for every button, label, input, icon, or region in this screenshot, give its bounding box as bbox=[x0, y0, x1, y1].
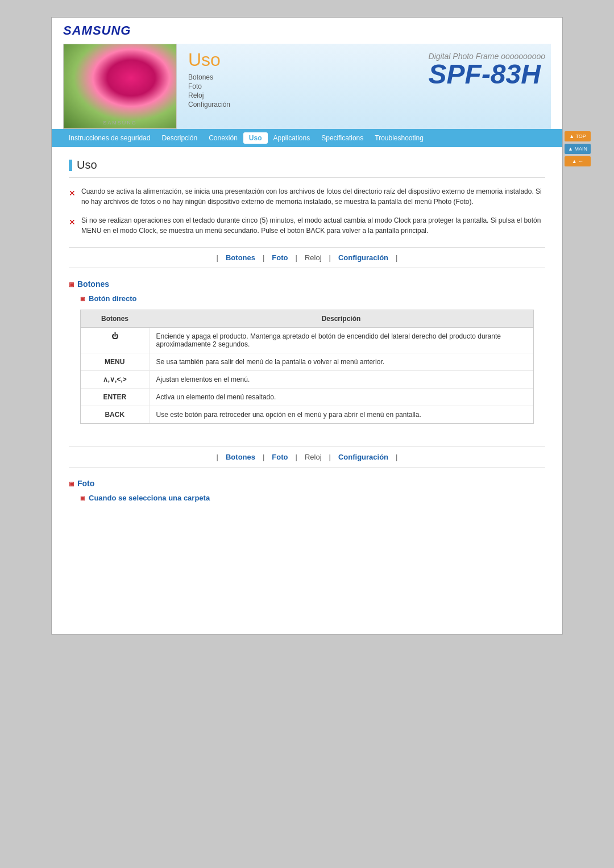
flower-decoration bbox=[64, 44, 176, 128]
sep-4: | bbox=[394, 253, 399, 262]
product-info-area: Digital Photo Frame oooooooooo SPF-83H bbox=[429, 52, 545, 88]
table-row: ENTER Activa un elemento del menú resalt… bbox=[81, 389, 533, 406]
botones-section: Botones Botón directo Botones Descripció… bbox=[69, 279, 545, 424]
nav-configuracion[interactable]: Configuración bbox=[188, 101, 540, 108]
nav-uso[interactable]: Uso bbox=[243, 132, 268, 144]
footer-foto-1[interactable]: Foto bbox=[269, 253, 291, 262]
nav-reloj[interactable]: Reloj bbox=[188, 91, 540, 99]
note-2-icon: ✕ bbox=[69, 216, 76, 236]
note-2: ✕ Si no se realizan operaciones con el t… bbox=[69, 215, 545, 236]
btn-arrows: ∧,∨,<,> bbox=[81, 371, 149, 389]
product-model: SPF-83H bbox=[429, 61, 545, 88]
nav-footer-inner-1: | Botones | Foto | Reloj | Configuración… bbox=[69, 253, 545, 262]
buttons-table: Botones Descripción ⏻ Enciende y apaga e… bbox=[81, 310, 533, 423]
sep2-0: | bbox=[215, 453, 220, 461]
foto-title: Foto bbox=[69, 479, 545, 488]
nav-specifications[interactable]: Specifications bbox=[316, 132, 369, 144]
sep2-2: | bbox=[294, 453, 299, 461]
desc-menu: Se usa también para salir del menú de la… bbox=[149, 353, 533, 371]
sep2-4: | bbox=[394, 453, 399, 461]
sep-0: | bbox=[215, 253, 220, 262]
product-image bbox=[63, 44, 177, 129]
footer-reloj-2: Reloj bbox=[302, 453, 325, 461]
side-buttons: ▲ TOP ▲ MAIN ▲ ← bbox=[565, 131, 591, 166]
header-nav-area: Uso Botones Foto Reloj Configuración Dig… bbox=[177, 44, 551, 129]
top-button[interactable]: ▲ TOP bbox=[565, 131, 591, 141]
footer-reloj-1: Reloj bbox=[302, 253, 325, 262]
note-1-icon: ✕ bbox=[69, 187, 76, 207]
nav-footer-2: | Botones | Foto | Reloj | Configuración… bbox=[69, 446, 545, 468]
desc-back: Use este botón para retroceder una opció… bbox=[149, 406, 533, 424]
desc-enter: Activa un elemento del menú resaltado. bbox=[149, 389, 533, 406]
note-1-text: Cuando se activa la alimentación, se ini… bbox=[81, 186, 545, 207]
btn-menu: MENU bbox=[81, 353, 149, 371]
header-content: Uso Botones Foto Reloj Configuración Dig… bbox=[63, 44, 551, 129]
sep2-1: | bbox=[261, 453, 266, 461]
desc-power: Enciende y apaga el producto. Mantenga a… bbox=[149, 328, 533, 353]
footer-configuracion-1[interactable]: Configuración bbox=[335, 253, 391, 262]
carpeta-subtitle: Cuando se selecciona una carpeta bbox=[80, 494, 545, 502]
main-content: Uso ✕ Cuando se activa la alimentación, … bbox=[52, 147, 562, 634]
table-row: BACK Use este botón para retroceder una … bbox=[81, 406, 533, 424]
footer-configuracion-2[interactable]: Configuración bbox=[335, 453, 391, 461]
table-header-descripcion: Descripción bbox=[149, 310, 533, 328]
sep-3: | bbox=[327, 253, 333, 262]
foto-content-placeholder bbox=[69, 509, 545, 623]
table-header-botones: Botones bbox=[81, 310, 149, 328]
note-1: ✕ Cuando se activa la alimentación, se i… bbox=[69, 186, 545, 207]
botones-title: Botones bbox=[69, 279, 545, 289]
footer-botones-2[interactable]: Botones bbox=[223, 453, 258, 461]
nav-bar: Instrucciones de seguridad Descripción C… bbox=[52, 129, 562, 147]
section-title-text: Uso bbox=[77, 158, 97, 172]
nav-descripcion[interactable]: Descripción bbox=[156, 132, 203, 144]
header: SAMSUNG Uso Botones Foto Reloj Configura… bbox=[52, 18, 562, 129]
sep-2: | bbox=[294, 253, 299, 262]
samsung-logo: SAMSUNG bbox=[63, 23, 551, 38]
table-row: ∧,∨,<,> Ajustan elementos en el menú. bbox=[81, 371, 533, 389]
note-2-text: Si no se realizan operaciones con el tec… bbox=[81, 215, 545, 236]
btn-back: BACK bbox=[81, 406, 149, 424]
sep2-3: | bbox=[327, 453, 333, 461]
foto-section: Foto Cuando se selecciona una carpeta bbox=[69, 479, 545, 623]
boton-directo-title: Botón directo bbox=[80, 294, 545, 303]
nav-applications[interactable]: Applications bbox=[268, 132, 316, 144]
nav-footer-1: | Botones | Foto | Reloj | Configuración… bbox=[69, 247, 545, 268]
buttons-table-container: Botones Descripción ⏻ Enciende y apaga e… bbox=[80, 310, 534, 424]
table-row: MENU Se usa también para salir del menú … bbox=[81, 353, 533, 371]
back-button[interactable]: ▲ ← bbox=[565, 156, 591, 166]
main-button[interactable]: ▲ MAIN bbox=[565, 144, 591, 154]
btn-power: ⏻ bbox=[81, 328, 149, 353]
btn-enter: ENTER bbox=[81, 389, 149, 406]
footer-botones-1[interactable]: Botones bbox=[223, 253, 258, 262]
nav-conexion[interactable]: Conexión bbox=[203, 132, 243, 144]
desc-arrows: Ajustan elementos en el menú. bbox=[149, 371, 533, 389]
main-section-title: Uso bbox=[69, 158, 545, 178]
sep-1: | bbox=[261, 253, 266, 262]
footer-foto-2[interactable]: Foto bbox=[269, 453, 291, 461]
notes-container: ✕ Cuando se activa la alimentación, se i… bbox=[69, 186, 545, 236]
nav-instrucciones[interactable]: Instrucciones de seguridad bbox=[63, 132, 156, 144]
nav-troubleshooting[interactable]: Troubleshooting bbox=[369, 132, 429, 144]
nav-footer-inner-2: | Botones | Foto | Reloj | Configuración… bbox=[69, 453, 545, 461]
page-wrapper: SAMSUNG Uso Botones Foto Reloj Configura… bbox=[51, 17, 563, 635]
table-row: ⏻ Enciende y apaga el producto. Mantenga… bbox=[81, 328, 533, 353]
